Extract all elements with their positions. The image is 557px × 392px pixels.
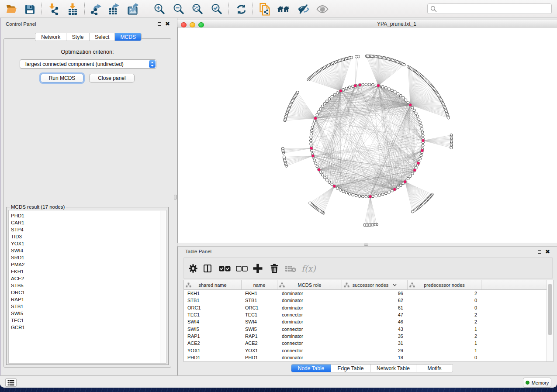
table-cell: TEC1: [184, 312, 242, 317]
control-panel: Control Panel ✖ Network Style Select MCD…: [0, 18, 177, 375]
network-window-titlebar[interactable]: YPA_prune.txt_1: [177, 20, 557, 28]
tab-network[interactable]: Network: [35, 33, 66, 41]
clear-table-icon[interactable]: [285, 263, 296, 274]
tab-mcds[interactable]: MCDS: [115, 33, 141, 41]
table-scrollbar-thumb[interactable]: [548, 284, 552, 335]
split-columns-icon[interactable]: [204, 263, 211, 274]
table-cell: connector: [277, 340, 342, 346]
panel-divider-grip[interactable]: [174, 195, 177, 199]
open-session-icon[interactable]: [5, 3, 17, 15]
close-panel-icon[interactable]: ✖: [545, 250, 550, 254]
hide-eye-icon[interactable]: [297, 3, 309, 15]
table-cell: SWI4: [184, 319, 242, 324]
toolbar-separator: [84, 3, 85, 15]
import-table-icon[interactable]: [66, 3, 79, 15]
table-tab-network-table[interactable]: Network Table: [370, 364, 416, 372]
add-column-icon[interactable]: [253, 263, 263, 274]
table-row[interactable]: TEC1TEC1connector472: [184, 311, 547, 318]
mcds-result-item[interactable]: YOX1: [9, 240, 166, 247]
import-network-icon[interactable]: [48, 3, 60, 15]
save-session-icon[interactable]: [24, 3, 36, 15]
close-panel-button[interactable]: Close panel: [89, 74, 135, 83]
mcds-result-item[interactable]: STB5: [9, 282, 166, 289]
deselect-all-icon[interactable]: [236, 263, 248, 274]
table-row[interactable]: SWI4SWI4dominator462: [184, 318, 547, 325]
table-row[interactable]: PHD1PHD1dominator180: [184, 354, 547, 361]
network-view-canvas[interactable]: [177, 28, 557, 243]
table-row[interactable]: YOX1YOX1connector291: [184, 347, 547, 354]
mcds-result-item[interactable]: SRD1: [9, 254, 166, 261]
gear-icon[interactable]: [189, 263, 197, 274]
horizontal-splitter-grip[interactable]: [364, 244, 368, 246]
task-history-button[interactable]: [5, 378, 17, 387]
refresh-layout-icon[interactable]: [235, 3, 247, 15]
table-row[interactable]: RAP1RAP1dominator352: [184, 333, 547, 340]
table-tabs: Node TableEdge TableNetwork TableMotifs: [291, 364, 453, 372]
column-header-MCDS-role[interactable]: MCDS role: [277, 280, 342, 289]
window-close-icon[interactable]: [181, 22, 187, 28]
float-panel-icon[interactable]: [538, 250, 541, 254]
column-header-predecessor-nodes[interactable]: predecessor nodes: [408, 280, 481, 289]
mcds-result-item[interactable]: SWI5: [9, 310, 166, 317]
window-zoom-icon[interactable]: [198, 22, 204, 28]
optimization-criterion-select[interactable]: largest connected component (undirected): [20, 59, 156, 69]
mcds-result-item[interactable]: RAP1: [9, 296, 166, 303]
network-window-title: YPA_prune.txt_1: [377, 21, 416, 27]
table-cell: 96: [342, 291, 408, 296]
hierarchy-icon: [279, 282, 285, 288]
mcds-result-item[interactable]: CAR1: [9, 219, 166, 226]
table-panel-title: Table Panel: [185, 249, 211, 254]
function-builder-icon[interactable]: f(x): [301, 263, 316, 274]
mcds-result-item[interactable]: PMA2: [9, 261, 166, 268]
control-panel-title: Control Panel: [6, 21, 36, 27]
column-header-successor-nodes[interactable]: successor nodes: [342, 280, 408, 289]
table-tab-motifs[interactable]: Motifs: [416, 364, 453, 372]
zoom-out-icon[interactable]: [173, 3, 185, 15]
memory-button[interactable]: Memory: [523, 378, 551, 388]
mcds-result-item[interactable]: SWI4: [9, 247, 166, 254]
toolbar-separator: [41, 3, 42, 15]
table-row[interactable]: SWI5SWI5connector431: [184, 325, 547, 332]
zoom-fit-icon[interactable]: [191, 3, 204, 15]
mcds-result-item[interactable]: STP4: [9, 226, 166, 233]
mcds-result-item[interactable]: TEC1: [9, 317, 166, 324]
mcds-list-scrollbar[interactable]: [160, 211, 166, 364]
mcds-result-item[interactable]: TID3: [9, 233, 166, 240]
mcds-result-item[interactable]: GCR1: [9, 324, 166, 331]
table-tab-edge-table[interactable]: Edge Table: [331, 364, 370, 372]
table-row[interactable]: ORC1ORC1dominator610: [184, 304, 547, 311]
tab-style[interactable]: Style: [66, 33, 90, 41]
home-icon[interactable]: [277, 3, 289, 15]
table-cell: 2: [408, 312, 481, 317]
table-row[interactable]: STB1STB1dominator620: [184, 297, 547, 304]
table-tab-node-table[interactable]: Node Table: [291, 364, 331, 372]
zoom-in-icon[interactable]: [153, 3, 166, 15]
window-minimize-icon[interactable]: [190, 22, 195, 28]
zoom-selected-icon[interactable]: [211, 3, 223, 15]
delete-column-icon[interactable]: [270, 263, 279, 274]
mcds-result-item[interactable]: STB1: [9, 303, 166, 310]
export-table-icon[interactable]: [108, 3, 120, 15]
mcds-result-item[interactable]: ORC1: [9, 289, 166, 296]
select-all-icon[interactable]: [219, 263, 231, 274]
table-row[interactable]: ACE2ACE2connector311: [184, 340, 547, 347]
mcds-result-item[interactable]: ACE2: [9, 275, 166, 282]
search-input[interactable]: [427, 3, 552, 14]
column-header-name[interactable]: name: [242, 280, 277, 289]
mcds-result-item[interactable]: PHD1: [9, 212, 166, 219]
close-panel-icon[interactable]: ✖: [165, 22, 170, 26]
table-scrollbar[interactable]: [547, 280, 553, 361]
clone-network-icon[interactable]: [259, 3, 271, 15]
table-cell: 47: [342, 312, 408, 317]
mcds-result-item[interactable]: FKH1: [9, 268, 166, 275]
export-image-icon[interactable]: [127, 3, 139, 15]
tab-select[interactable]: Select: [90, 33, 115, 41]
show-eye-icon[interactable]: [316, 3, 329, 15]
mcds-result-list[interactable]: PHD1CAR1STP4TID3YOX1SWI4SRD1PMA2FKH1ACE2…: [8, 210, 166, 364]
run-mcds-button[interactable]: Run MCDS: [41, 74, 83, 83]
column-header-shared-name[interactable]: shared name: [184, 280, 242, 289]
float-panel-icon[interactable]: [158, 22, 161, 26]
table-row[interactable]: FKH1FKH1dominator962: [184, 290, 547, 297]
export-network-icon[interactable]: [90, 3, 103, 15]
table-cell: 43: [342, 327, 408, 332]
